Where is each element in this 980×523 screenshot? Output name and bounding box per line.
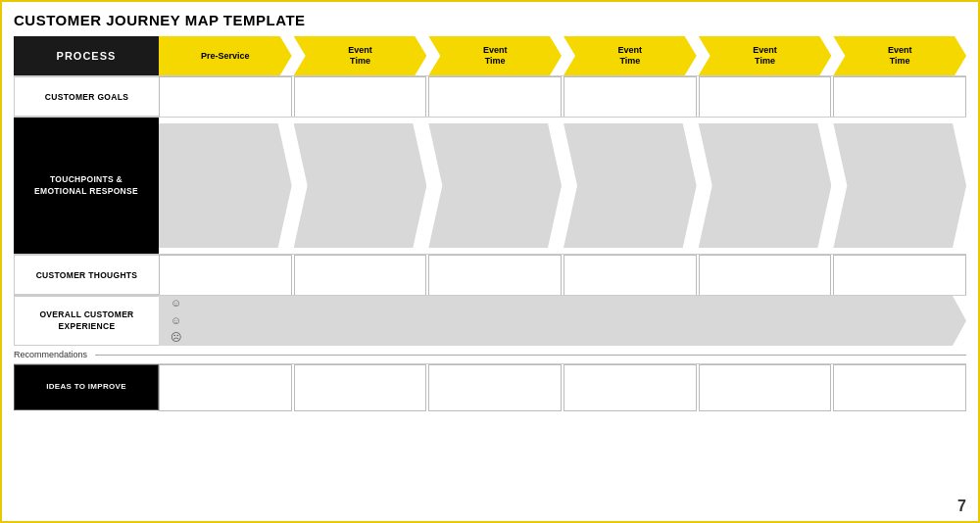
thoughts-cell-2[interactable] — [294, 255, 427, 296]
header-event-3: EventTime — [564, 36, 697, 75]
customer-goals-label: CUSTOMER GOALS — [14, 76, 159, 117]
customer-goals-cells — [159, 76, 966, 117]
goals-cell-6[interactable] — [833, 76, 966, 118]
ideas-row: IDEAS TO IMPROVE — [14, 363, 966, 410]
header-event-5: EventTime — [833, 36, 966, 75]
goals-cell-3[interactable] — [428, 76, 562, 118]
ideas-cell-5[interactable] — [699, 364, 832, 411]
ideas-cell-3[interactable] — [428, 364, 562, 411]
header-event-4: EventTime — [699, 36, 832, 75]
process-label: PROCESS — [14, 36, 159, 75]
touchpoints-row: TOUCHPOINTS & EMOTIONAL RESPONSE — [14, 117, 966, 254]
overall-experience-label: OVERALL CUSTOMER EXPERIENCE — [14, 296, 159, 346]
recommendations-line — [95, 355, 966, 356]
header-event-1: EventTime — [294, 36, 427, 75]
ideas-cell-6[interactable] — [833, 364, 966, 411]
recommendations-row: Recommendations — [14, 346, 966, 363]
journey-table: PROCESS Pre-Service EventTime EventTime — [14, 36, 966, 513]
goals-cell-1[interactable] — [159, 76, 292, 118]
page-number: 7 — [957, 498, 966, 515]
customer-thoughts-row: CUSTOMER THOUGHTS — [14, 254, 966, 295]
recommendations-label: Recommendations — [14, 350, 87, 359]
touch-cell-3[interactable] — [428, 121, 562, 250]
ideas-cell-4[interactable] — [564, 364, 697, 411]
ideas-label: IDEAS TO IMPROVE — [14, 364, 159, 410]
customer-goals-row: CUSTOMER GOALS — [14, 75, 966, 117]
touch-cell-2[interactable] — [294, 121, 427, 250]
thoughts-cell-3[interactable] — [428, 255, 562, 296]
header-event-2: EventTime — [428, 36, 562, 75]
customer-thoughts-label: CUSTOMER THOUGHTS — [14, 255, 159, 295]
touch-cell-6[interactable] — [833, 121, 966, 250]
customer-thoughts-cells — [159, 255, 966, 295]
goals-cell-5[interactable] — [699, 76, 832, 118]
header-row: PROCESS Pre-Service EventTime EventTime — [14, 36, 966, 75]
emoji-sad: ☹ — [171, 330, 966, 345]
overall-experience-row: OVERALL CUSTOMER EXPERIENCE ☺ ☺ ☹ — [14, 295, 966, 346]
emoji-neutral: ☺ — [171, 313, 966, 328]
goals-cell-2[interactable] — [294, 76, 427, 118]
ideas-cells — [159, 364, 966, 410]
experience-content: ☺ ☺ ☹ — [159, 296, 966, 346]
touchpoints-arrow-cells — [159, 118, 966, 254]
touch-cell-4[interactable] — [564, 121, 697, 250]
ideas-cell-1[interactable] — [159, 364, 292, 411]
page-title: CUSTOMER JOURNEY MAP TEMPLATE — [14, 12, 966, 28]
emoji-happy: ☺ — [171, 296, 966, 310]
thoughts-cell-5[interactable] — [699, 255, 832, 296]
thoughts-cell-6[interactable] — [833, 255, 966, 296]
touchpoints-label: TOUCHPOINTS & EMOTIONAL RESPONSE — [14, 118, 159, 254]
ideas-cell-2[interactable] — [294, 364, 427, 411]
touch-cell-5[interactable] — [699, 121, 832, 250]
thoughts-cell-1[interactable] — [159, 255, 292, 296]
header-pre-service: Pre-Service — [159, 36, 292, 75]
header-arrow-cells: Pre-Service EventTime EventTime EventTim… — [159, 36, 966, 75]
thoughts-cell-4[interactable] — [564, 255, 697, 296]
goals-cell-4[interactable] — [564, 76, 697, 118]
touch-cell-1[interactable] — [159, 121, 292, 250]
